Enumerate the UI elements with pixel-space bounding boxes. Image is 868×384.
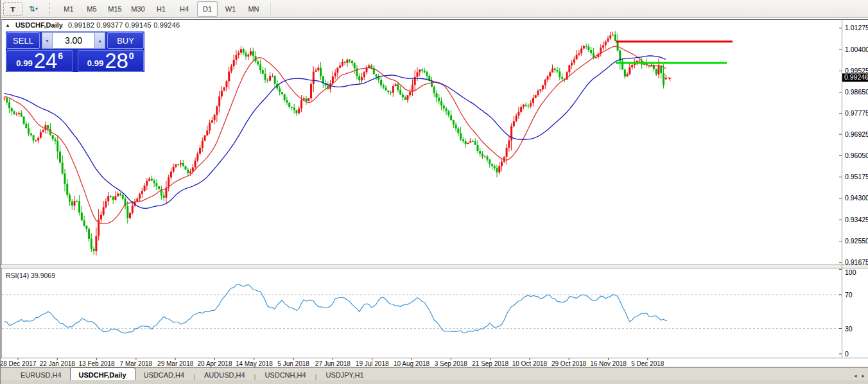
svg-text:28 Dec 2017: 28 Dec 2017 (1, 360, 37, 367)
buy-price-point: 0 (129, 51, 134, 61)
svg-text:70: 70 (845, 291, 853, 299)
svg-text:0.94300: 0.94300 (845, 194, 868, 202)
svg-text:1.01275: 1.01275 (845, 24, 868, 31)
svg-text:16 Nov 2018: 16 Nov 2018 (590, 360, 627, 367)
timeframe-button-d1[interactable]: D1 (197, 1, 218, 17)
svg-text:0.92550: 0.92550 (845, 237, 868, 245)
buy-price-display[interactable]: 0.99 28 0 (78, 50, 144, 72)
svg-text:5 Dec 2018: 5 Dec 2018 (631, 360, 664, 367)
sell-arrow-icon (668, 77, 672, 82)
buy-button[interactable]: BUY (107, 32, 144, 49)
chart-ohlc-values: 0.99182 0.99377 0.99145 0.99246 (68, 21, 180, 29)
svg-text:29 Mar 2018: 29 Mar 2018 (157, 360, 194, 367)
svg-text:0.91675: 0.91675 (845, 258, 868, 266)
rsi-indicator-label: RSI(14) 39.9069 (6, 272, 55, 279)
volume-field[interactable]: 3.00 (53, 32, 94, 49)
text-tool-button[interactable]: T (3, 2, 22, 16)
status-strip (1, 380, 868, 384)
sell-price-pips: 24 (34, 51, 58, 71)
chart-tab-usdcad[interactable]: USDCAD,H4 (135, 369, 193, 381)
svg-text:14 May 2018: 14 May 2018 (236, 360, 273, 367)
tab-scroll-left-icon[interactable]: ◂ (854, 372, 857, 379)
svg-text:19 Jul 2018: 19 Jul 2018 (356, 360, 389, 367)
double-arrow-icon: ⇅ (29, 4, 35, 13)
svg-text:7 Mar 2018: 7 Mar 2018 (120, 360, 153, 367)
volume-stepper: ▼ 3.00 ▲ (42, 32, 105, 49)
svg-text:21 Sep 2018: 21 Sep 2018 (472, 360, 508, 367)
svg-text:1.00400: 1.00400 (845, 46, 868, 53)
svg-text:27 Jun 2018: 27 Jun 2018 (315, 360, 351, 367)
sell-price-display[interactable]: 0.99 24 6 (6, 50, 73, 72)
one-click-trading-panel: SELL ▼ 3.00 ▲ BUY 0.99 24 6 0.99 28 0 (6, 31, 144, 72)
sell-price-prefix: 0.99 (16, 58, 32, 68)
timeframe-button-mn[interactable]: MN (243, 1, 264, 17)
svg-text:0: 0 (845, 350, 849, 358)
timeframe-button-h4[interactable]: H4 (174, 1, 195, 17)
svg-text:100: 100 (845, 268, 856, 276)
timeframe-button-group: M1M5M15M30H1H4D1W1MN (58, 1, 264, 17)
tab-scroll-buttons: ◂ ▸ (854, 372, 865, 379)
volume-decrease-button[interactable]: ▼ (42, 32, 53, 49)
buy-price-prefix: 0.99 (87, 58, 103, 68)
chart-tab-eurusd[interactable]: EURUSD,H4 (12, 369, 70, 381)
chart-tab-bar: EURUSD,H4USDCHF,DailyUSDCAD,H4|AUDUSD,H4… (1, 367, 868, 381)
svg-text:0.99246: 0.99246 (844, 73, 868, 81)
tab-scroll-right-icon[interactable]: ▸ (862, 372, 865, 379)
toolbar-end-separator (270, 3, 272, 15)
svg-text:0.98650: 0.98650 (845, 88, 868, 96)
arrange-windows-button[interactable]: ⇅ ▾ (24, 2, 43, 16)
top-toolbar: T ⇅ ▾ M1M5M15M30H1H4D1W1MN (1, 0, 868, 18)
chart-header: ▲ USDCHF,Daily 0.99182 0.99377 0.99145 0… (5, 21, 180, 29)
toolbar-separator (49, 3, 53, 15)
timeframe-button-m5[interactable]: M5 (82, 1, 102, 17)
svg-text:0.95175: 0.95175 (845, 173, 868, 180)
svg-text:20 Apr 2018: 20 Apr 2018 (198, 360, 232, 367)
chart-tab-usdjpy[interactable]: USDJPY,H1 (317, 369, 372, 381)
collapse-icon[interactable]: ▲ (5, 22, 10, 28)
timeframe-button-m15[interactable]: M15 (105, 1, 125, 17)
price-axis: 1.012751.004000.995250.986500.977750.969… (839, 24, 868, 266)
timeframe-button-w1[interactable]: W1 (220, 1, 241, 17)
buy-price-pips: 28 (105, 51, 128, 71)
svg-text:3 Sep 2018: 3 Sep 2018 (435, 360, 468, 367)
trading-platform-window: T ⇅ ▾ M1M5M15M30H1H4D1W1MN 1.012751.0040… (0, 0, 868, 384)
chart-tab-usdchf[interactable]: USDCHF,Daily (70, 367, 135, 381)
timeframe-button-m1[interactable]: M1 (58, 1, 79, 17)
sell-price-point: 6 (58, 51, 63, 61)
chart-tab-usdcnh[interactable]: USDCNH,H4 (256, 369, 314, 381)
timeframe-button-h1[interactable]: H1 (151, 1, 171, 17)
svg-text:0.93425: 0.93425 (845, 216, 868, 223)
svg-text:13 Feb 2018: 13 Feb 2018 (79, 360, 116, 367)
svg-text:29 Oct 2018: 29 Oct 2018 (551, 360, 587, 367)
svg-text:0.96050: 0.96050 (845, 152, 868, 159)
svg-text:10 Oct 2018: 10 Oct 2018 (512, 360, 548, 367)
svg-text:0.96925: 0.96925 (845, 130, 868, 138)
svg-text:5 Jun 2018: 5 Jun 2018 (277, 360, 309, 367)
timeframe-button-m30[interactable]: M30 (128, 1, 148, 17)
chevron-down-icon: ▾ (35, 6, 38, 12)
svg-text:0.97775: 0.97775 (845, 109, 868, 117)
sell-button[interactable]: SELL (6, 32, 40, 49)
svg-text:10 Aug 2018: 10 Aug 2018 (394, 360, 430, 367)
rsi-line (4, 284, 667, 333)
date-axis: 28 Dec 201722 Jan 201813 Feb 20187 Mar 2… (1, 358, 664, 367)
chart-tab-audusd[interactable]: AUDUSD,H4 (196, 369, 254, 381)
volume-increase-button[interactable]: ▲ (94, 32, 105, 49)
chart-symbol-label: USDCHF,Daily (15, 21, 63, 29)
svg-text:22 Jan 2018: 22 Jan 2018 (40, 360, 75, 367)
svg-text:30: 30 (845, 325, 853, 333)
